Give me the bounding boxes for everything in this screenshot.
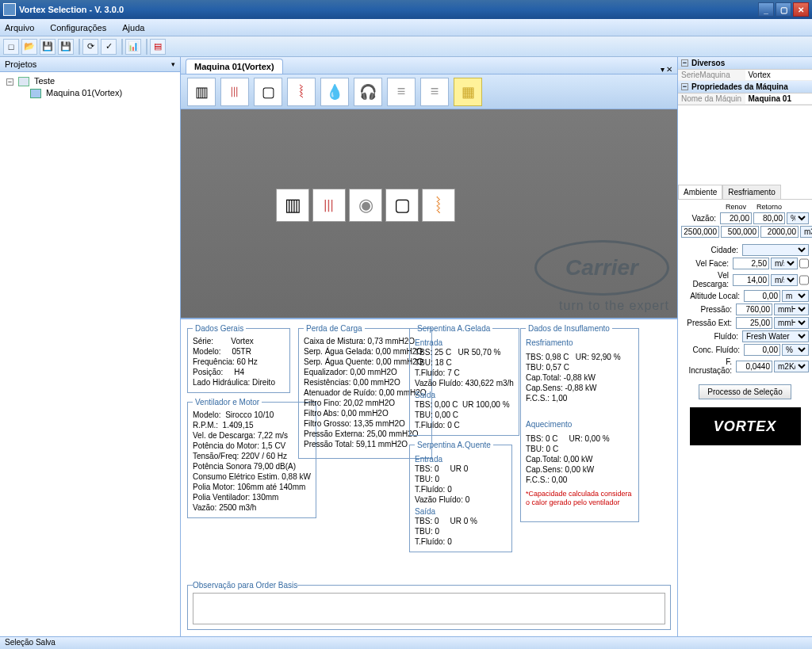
status-bar: Seleção Salva <box>0 636 812 649</box>
lbl-fincr: F. Incrustação: <box>681 357 734 375</box>
pressaoext-input[interactable] <box>736 317 772 329</box>
component-toolbar: ▥ ⫼ ▢ ⦚ 💧 🎧 ≡ ≡ ▦ <box>181 74 677 109</box>
concfluido-unit[interactable]: % <box>782 344 809 356</box>
pg-diversos: Diversos <box>691 59 725 67</box>
carrier-brand: Carrier <box>565 255 638 281</box>
canvas-coil-icon[interactable]: ⦚ <box>422 189 455 222</box>
cidade-select[interactable] <box>742 244 809 256</box>
concfluido-input[interactable] <box>744 344 780 356</box>
lbl-pressaoext: Pressão Ext: <box>681 319 734 327</box>
vazao-pct-select[interactable]: % <box>787 212 809 224</box>
saq-title: Serpentina A.Quente <box>415 441 493 449</box>
check-icon[interactable]: ✓ <box>101 39 117 55</box>
hdr-renov: Renov <box>720 203 752 211</box>
canvas-fan-icon[interactable]: ◉ <box>349 189 382 222</box>
app-icon <box>3 3 16 16</box>
comp-lines1-icon[interactable]: ≡ <box>387 78 416 106</box>
vazao-total-input[interactable] <box>681 226 719 238</box>
pressaoext-unit[interactable]: mmH2O <box>774 317 809 329</box>
tab-ambiente[interactable]: Ambiente <box>678 185 722 199</box>
canvas-filter-icon[interactable]: ⫼ <box>312 189 346 222</box>
serpentina-gelada: Serpentina A.Gelada Entrada TBS: 25 C UR… <box>409 324 519 436</box>
tree-machine[interactable]: Maquina 01(Vortex) <box>3 87 177 99</box>
lbl-veldesc: Vel Descarga: <box>681 271 731 288</box>
vazao-renov-input[interactable] <box>721 226 759 238</box>
dg-title: Dados Gerais <box>193 324 246 333</box>
pg-val[interactable]: Maquina 01 <box>745 94 813 104</box>
vazao-retorno-input[interactable] <box>760 226 799 238</box>
pin-icon[interactable]: ▾ <box>171 60 175 68</box>
chart-icon[interactable]: 📊 <box>125 39 141 55</box>
save-icon[interactable]: 💾 <box>40 39 56 55</box>
pdf-icon[interactable]: ▤ <box>150 39 166 55</box>
comp-blank-icon[interactable]: ▢ <box>254 78 282 106</box>
comp-lines2-icon[interactable]: ≡ <box>420 78 449 106</box>
pressao-unit[interactable]: mmHg <box>774 304 809 315</box>
design-canvas[interactable]: ▥ ⫼ ◉ ▢ ⦚ Carrier turn to the expert <box>181 109 677 318</box>
altitude-input[interactable] <box>744 290 780 302</box>
processo-selecao-button[interactable]: Processo de Seleção <box>699 384 791 399</box>
refresh-icon[interactable]: ⟳ <box>82 39 98 55</box>
projects-title: Projetos <box>5 59 36 69</box>
pg-val[interactable]: Vortex <box>745 70 813 80</box>
altitude-unit[interactable]: m <box>782 290 809 302</box>
vortex-logo: VORTEX <box>690 407 801 445</box>
velface-unit[interactable]: m/s <box>771 258 798 269</box>
fincr-input[interactable] <box>736 361 772 372</box>
ventilador-motor: Ventilador e Motor Modelo: Sirocco 10/10… <box>187 398 316 518</box>
comp-resistance-icon[interactable]: ⦚ <box>287 78 316 106</box>
minimize-button[interactable]: _ <box>758 2 774 17</box>
velface-input[interactable] <box>733 258 769 269</box>
veldesc-unit[interactable]: m/s <box>771 274 798 286</box>
menu-bar: Arquivo Configurações Ajuda <box>0 19 812 36</box>
canvas-module-icon[interactable]: ▥ <box>276 189 309 222</box>
pg-key: SerieMaquina <box>678 70 745 80</box>
fincr-unit[interactable]: m2K/kW <box>774 361 809 372</box>
retorno-input[interactable] <box>753 212 785 224</box>
comp-humid-icon[interactable]: 💧 <box>320 78 349 106</box>
tab-bar: Maquina 01(Vortex) ▾ ✕ <box>181 57 677 74</box>
projects-panel: Projetos ▾ − Teste Maquina 01(Vortex) <box>0 57 181 636</box>
close-button[interactable]: ✕ <box>793 2 809 17</box>
open-icon[interactable]: 📂 <box>21 39 37 55</box>
status-text: Seleção Salva <box>5 638 56 647</box>
projects-header: Projetos ▾ <box>0 57 180 72</box>
obs-title: Observação para Order Basis <box>193 581 297 590</box>
observacao-input[interactable] <box>193 593 665 624</box>
lbl-concfluido: Conc. Fluído: <box>681 345 742 354</box>
comp-filter-icon[interactable]: ⫼ <box>220 78 249 106</box>
collapse-prop-icon[interactable]: − <box>681 83 688 90</box>
properties-panel: −Diversos SerieMaquinaVortex −Propriedad… <box>677 57 812 636</box>
comp-module-icon[interactable]: ▥ <box>187 78 216 106</box>
collapse-icon[interactable]: − <box>6 78 13 86</box>
save-as-icon[interactable]: 💾 <box>58 39 74 55</box>
renov-input[interactable] <box>720 212 752 224</box>
vazao-unit-select[interactable]: m3/h <box>800 226 812 238</box>
observacao: Observação para Order Basis <box>187 581 671 630</box>
fluido-select[interactable]: Fresh Water <box>742 330 809 342</box>
project-icon <box>18 77 29 86</box>
menu-configuracoes[interactable]: Configurações <box>50 23 106 32</box>
tab-close-icon[interactable]: ✕ <box>666 65 672 74</box>
menu-arquivo[interactable]: Arquivo <box>5 23 34 32</box>
comp-grid-icon[interactable]: ▦ <box>454 78 482 106</box>
lbl-vazao: Vazão: <box>681 214 718 223</box>
collapse-diversos-icon[interactable]: − <box>681 59 688 67</box>
menu-ajuda[interactable]: Ajuda <box>122 23 144 32</box>
pg-key: Nome da Máquin <box>678 94 745 104</box>
tree-root[interactable]: − Teste <box>3 75 177 87</box>
tree-machine-label: Maquina 01(Vortex) <box>46 88 122 97</box>
tab-menu-icon[interactable]: ▾ <box>661 65 665 74</box>
pressao-input[interactable] <box>736 304 772 315</box>
maximize-button[interactable]: ▢ <box>776 2 791 17</box>
veldesc-check[interactable] <box>799 275 809 285</box>
comp-sound-icon[interactable]: 🎧 <box>354 78 382 106</box>
veldesc-input[interactable] <box>733 274 769 286</box>
lbl-cidade: Cidade: <box>681 246 741 254</box>
velface-check[interactable] <box>799 258 809 269</box>
tab-resfriamento[interactable]: Resfriamento <box>722 185 780 199</box>
tab-machine[interactable]: Maquina 01(Vortex) <box>186 59 283 74</box>
new-icon[interactable]: □ <box>3 39 19 55</box>
di-title: Dados de Insuflamento <box>526 324 612 333</box>
canvas-empty-icon[interactable]: ▢ <box>385 189 419 222</box>
